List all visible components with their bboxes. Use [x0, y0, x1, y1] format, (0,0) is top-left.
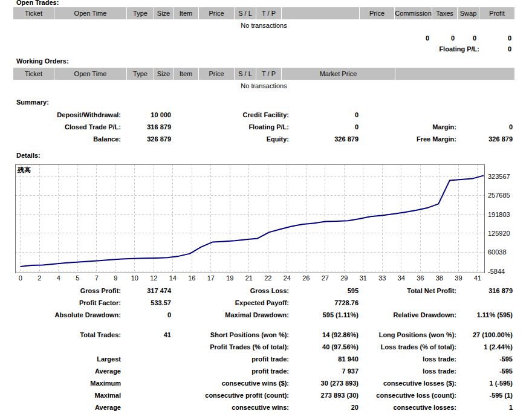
stat-label: Profit Trades (% of total):	[171, 341, 289, 353]
totals-value: 0	[458, 33, 479, 43]
stat-value: 0	[456, 121, 513, 133]
summary-grid: Deposit/Withdrawal:10 000Credit Facility…	[0, 109, 513, 145]
column-header: Market Price	[282, 68, 395, 80]
totals-spacer	[282, 33, 360, 43]
x-axis-label: 31	[360, 274, 367, 282]
x-axis-label: 34	[398, 274, 405, 282]
column-header: Price	[199, 7, 235, 19]
floating-pl-row: Floating P/L: 0	[13, 45, 514, 53]
stat-value	[121, 389, 171, 401]
stat-value: 20	[289, 401, 358, 413]
stat-label: consecutive wins:	[171, 401, 289, 413]
x-axis-label: 9	[114, 274, 117, 282]
stat-value: -595 (1)	[456, 389, 513, 401]
stat-value: 10 000	[121, 109, 171, 121]
x-axis-label: 27	[322, 274, 329, 282]
column-header	[395, 68, 514, 80]
column-header: S / L	[235, 68, 256, 80]
column-header: Ticket	[13, 7, 54, 19]
open-trades-totals-row: 0000	[13, 33, 514, 43]
stat-label: Gross Profit:	[0, 285, 121, 297]
totals-spacer	[199, 33, 235, 43]
x-axis-label: 38	[436, 274, 443, 282]
x-axis-label: 17	[207, 274, 215, 282]
totals-spacer	[127, 33, 154, 43]
column-header	[282, 7, 360, 19]
details-heading: Details:	[16, 152, 41, 159]
x-axis-label: 12	[150, 274, 157, 282]
x-axis-label: 26	[302, 274, 310, 282]
totals-spacer	[13, 33, 54, 43]
x-axis-label: 16	[188, 274, 195, 282]
stat-label: Deposit/Withdrawal:	[0, 109, 121, 121]
stat-value	[121, 365, 171, 377]
balance-chart: -584460038125920191803257685323567024579…	[0, 162, 532, 283]
column-header: Type	[127, 68, 154, 80]
totals-value: 0	[395, 33, 432, 43]
stat-value: 1 (2.44%)	[456, 341, 513, 353]
stat-label: Floating P/L:	[171, 121, 289, 133]
stat-value: 1	[456, 401, 513, 413]
stat-label: Short Positions (won %):	[171, 329, 289, 341]
floating-pl-value: 0	[479, 45, 514, 53]
y-axis-label: 60038	[488, 248, 507, 256]
x-axis-label: 14	[169, 274, 177, 282]
x-axis-label: 4	[57, 274, 60, 282]
totals-value: 0	[432, 33, 458, 43]
stat-label: Gross Loss:	[171, 285, 289, 297]
column-header: Type	[127, 7, 154, 19]
stat-label	[0, 341, 121, 353]
x-axis-label: 19	[226, 274, 233, 282]
working-orders-heading: Working Orders:	[16, 57, 69, 65]
summary-heading: Summary:	[16, 99, 49, 106]
column-header: Commission	[395, 7, 432, 19]
stat-value: 40 (97.56%)	[289, 341, 358, 353]
stat-label: Balance:	[0, 133, 121, 145]
stat-value: 30 (273 893)	[289, 377, 358, 389]
stat-value: 533.57	[121, 297, 171, 309]
stat-label: consecutive loss (count):	[358, 389, 456, 401]
stat-value: 317 474	[121, 285, 171, 297]
stat-value: 27 (100.00%)	[456, 329, 513, 341]
x-axis-label: 24	[284, 274, 291, 282]
x-axis-label: 5	[76, 274, 79, 282]
totals-spacer	[54, 33, 127, 43]
x-axis-label: 10	[131, 274, 138, 282]
column-header: S / L	[235, 7, 256, 19]
stat-label: consecutive losses:	[358, 401, 456, 413]
column-header: Item	[174, 68, 199, 80]
column-header: T / P	[256, 7, 282, 19]
stat-label: Average	[0, 365, 121, 377]
open-trades-heading: Open Trades:	[16, 0, 59, 6]
stat-label: consecutive profit (count):	[171, 389, 289, 401]
chart-plot-area	[15, 164, 485, 273]
stat-label: profit trade:	[171, 353, 289, 365]
stat-value: -595	[456, 365, 513, 377]
column-header: T / P	[256, 68, 282, 80]
column-header: Taxes	[432, 7, 458, 19]
y-axis-label: 257685	[488, 192, 510, 199]
column-header: Profit	[479, 7, 514, 19]
stat-label: Equity:	[171, 133, 289, 145]
stat-label: Margin:	[358, 121, 456, 133]
totals-spacer	[360, 33, 395, 43]
y-axis-label: 323567	[488, 173, 510, 180]
x-axis-label: 21	[245, 274, 253, 282]
column-header: Size	[154, 7, 174, 19]
stat-value	[456, 109, 513, 121]
stat-label: Absolute Drawdown:	[0, 309, 121, 321]
stat-value: 1 (-595)	[456, 377, 513, 389]
stat-label: Credit Facility:	[171, 109, 289, 121]
stat-value: 326 879	[121, 133, 171, 145]
x-axis-label: 22	[264, 274, 271, 282]
stat-value	[121, 401, 171, 413]
stat-value: 0	[289, 109, 358, 121]
stat-label: Maximal Drawdown:	[171, 309, 289, 321]
stat-label: Long Positions (won %):	[358, 329, 456, 341]
stat-value: 273 893 (30)	[289, 389, 358, 401]
stat-value	[121, 341, 171, 353]
stat-value	[456, 297, 513, 309]
stat-value: 595	[289, 285, 358, 297]
x-axis-label: 2	[37, 274, 41, 282]
stat-label: loss trade:	[358, 353, 456, 365]
